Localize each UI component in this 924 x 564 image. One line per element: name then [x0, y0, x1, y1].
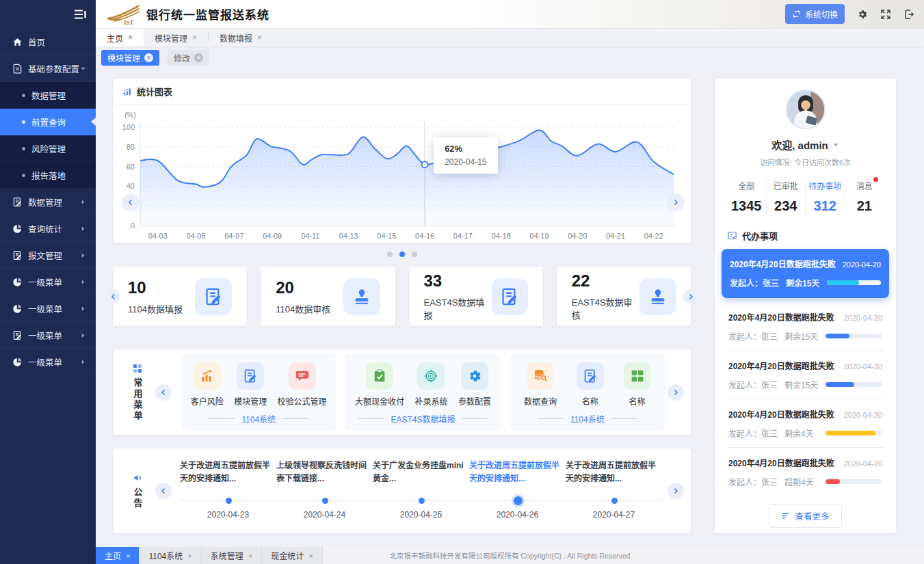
stats-next-button[interactable]: [683, 289, 698, 304]
menu-item-大额现金收付[interactable]: 大额现金收付: [355, 362, 404, 407]
caret-right-icon: [80, 279, 86, 285]
announcements-next-button[interactable]: [668, 483, 684, 499]
stat-card-1104数据填报[interactable]: 101104数据填报: [113, 267, 247, 326]
sidebar-item-label: 一级菜单: [28, 302, 62, 315]
announcement-title: 关于改进周五提前放假半天的安排通知...: [566, 459, 663, 487]
todo-item[interactable]: 2020年4月20日数据跑批失败2020-04-20发起人：张三剩余4天: [727, 399, 884, 448]
avatar[interactable]: [786, 90, 826, 129]
stat-card-1104数据审核[interactable]: 201104数据审核: [261, 267, 395, 326]
menu-prev-button[interactable]: [155, 384, 172, 401]
pagination-dot[interactable]: [387, 252, 393, 257]
bottom-tab-主页[interactable]: 主页×: [96, 547, 140, 564]
announcement-item[interactable]: 关于广发金业务挂盘mini黄金...2020-04-25: [373, 455, 469, 487]
sidebar-item-一级菜单[interactable]: 一级菜单: [0, 322, 96, 349]
grid-icon: [630, 368, 645, 384]
stats-prev-button[interactable]: [106, 289, 120, 304]
todo-item[interactable]: 2020年4月20日数据跑批失败2020-04-20发起人：张三剩余15天: [727, 351, 884, 399]
line-area-chart: 020406080100(%)04-0304-0504-0704-0904-11…: [113, 105, 691, 243]
view-more-button[interactable]: 查看更多: [769, 504, 841, 528]
stamp-icon: [352, 287, 371, 306]
tab-close-icon[interactable]: ×: [257, 33, 262, 42]
svg-text:04-17: 04-17: [453, 232, 473, 240]
announcement-date: 2020-04-26: [469, 510, 566, 520]
menu-item-数据查询[interactable]: 数据查询: [524, 362, 557, 407]
pagination-dot[interactable]: [412, 252, 417, 257]
bottom-tab-close-icon[interactable]: ×: [248, 552, 252, 560]
tab-close-icon[interactable]: ×: [192, 33, 197, 42]
sidebar-item-一级菜单[interactable]: 一级菜单: [0, 295, 96, 322]
bottom-tab-close-icon[interactable]: ×: [187, 552, 192, 560]
user-stat-待办事项[interactable]: 待办事项312: [806, 178, 845, 215]
sidebar-item-报文管理[interactable]: 报文管理: [0, 242, 96, 269]
sidebar-subitem-数据管理[interactable]: 数据管理: [0, 82, 96, 109]
tab-数据填报[interactable]: 数据填报×: [209, 29, 273, 46]
todo-item[interactable]: 2020年4月20日数据跑批失败2020-04-20发起人：张三剩余15天: [722, 249, 889, 298]
user-stat-全部[interactable]: 全部1345: [727, 178, 767, 215]
bottom-tab-现金统计[interactable]: 现金统计×: [262, 547, 322, 564]
bottom-tab-close-icon[interactable]: ×: [308, 552, 313, 560]
caret-right-icon: [80, 199, 86, 205]
chip-修改[interactable]: 修改×: [168, 50, 209, 66]
chip-模块管理[interactable]: 模块管理×: [101, 50, 159, 66]
stat-label: EAST4S数据审核: [572, 295, 640, 321]
menu-item-名称[interactable]: 名称: [624, 362, 651, 407]
svg-text:04-20: 04-20: [568, 232, 587, 240]
menu-item-模块管理[interactable]: 模块管理: [234, 362, 267, 407]
more-list-icon: [781, 511, 790, 520]
pagination-dot[interactable]: [399, 252, 405, 257]
menu-item-补录系统[interactable]: 补录系统: [414, 362, 447, 407]
announcement-item[interactable]: 关于改进周五提前放假半天的安排通知...2020-04-23: [180, 455, 276, 487]
announcement-item[interactable]: 上级领导视察反洗钱时间表下载链接...2020-04-24: [276, 455, 373, 487]
stat-card-EAST4S数据填报[interactable]: 33EAST4S数据填报: [409, 267, 543, 326]
menu-item-参数配置[interactable]: 参数配置: [458, 362, 491, 407]
sidebar-item-label: 基础参数配置: [28, 62, 79, 75]
logout-icon[interactable]: [903, 9, 914, 20]
bullet-icon: [22, 174, 25, 177]
tooltip-date: 2020-04-15: [445, 157, 486, 167]
chip-close-icon[interactable]: ×: [144, 53, 153, 62]
sidebar-subitem-风险管理[interactable]: 风险管理: [0, 135, 96, 162]
sidebar-item-查询统计[interactable]: 查询统计: [0, 215, 96, 242]
announcement-item[interactable]: 关于改进周五提前放假半天的安排通知...2020-04-26: [469, 455, 566, 487]
todo-item[interactable]: 2020年4月20日数据跑批失败2020-04-20发起人：张三超期4天: [727, 448, 884, 496]
user-menu[interactable]: 欢迎, admin: [727, 137, 884, 152]
announcement-item[interactable]: 关于改进周五提前放假半天的安排通知...2020-04-27: [566, 455, 662, 487]
menu-tile: [527, 362, 554, 390]
sidebar-subitem-报告落地[interactable]: 报告落地: [0, 162, 96, 189]
sidebar-item-一级菜单[interactable]: 一级菜单: [0, 269, 96, 295]
bottom-tab-1104系统[interactable]: 1104系统×: [140, 547, 201, 564]
sidebar-item-数据管理[interactable]: 数据管理: [0, 189, 96, 215]
caret-right-icon: [80, 332, 86, 338]
menu-item-客户风险[interactable]: 客户风险: [191, 362, 224, 407]
sidebar-item-基础参数配置[interactable]: 基础参数配置: [0, 55, 96, 82]
settings-icon[interactable]: [857, 9, 868, 20]
menu-tile: [237, 362, 264, 390]
user-stat-消息[interactable]: 消息21: [845, 178, 884, 215]
svg-text:04-22: 04-22: [644, 232, 663, 240]
tab-主页[interactable]: 主页×: [96, 29, 144, 46]
menu-item-校验公式管理[interactable]: 校验公式管理: [278, 362, 327, 407]
system-switch-button[interactable]: 系统切换: [785, 4, 845, 24]
chip-close-icon[interactable]: ×: [194, 53, 203, 62]
todo-progress-fill: [826, 431, 875, 435]
sidebar-toggle-icon[interactable]: [74, 10, 86, 19]
user-stat-已审批[interactable]: 已审批234: [767, 178, 806, 215]
menu-item-label: 大额现金收付: [355, 395, 404, 407]
stat-card-EAST4S数据审核[interactable]: 22EAST4S数据审核: [557, 267, 691, 326]
sidebar-item-首页[interactable]: 首页: [0, 29, 96, 55]
menu-next-button[interactable]: [668, 384, 684, 401]
bottom-tab-close-icon[interactable]: ×: [126, 552, 130, 560]
todo-progress-bar: [826, 479, 882, 484]
menu-item-名称[interactable]: 名称: [577, 362, 604, 407]
bottom-tab-系统管理[interactable]: 系统管理×: [202, 547, 262, 564]
announcements-prev-button[interactable]: [155, 483, 172, 499]
chart-next-button[interactable]: [667, 193, 685, 211]
fullscreen-icon[interactable]: [880, 9, 891, 20]
sidebar-item-一级菜单[interactable]: 一级菜单: [0, 349, 96, 375]
tab-close-icon[interactable]: ×: [128, 33, 133, 42]
stat-text: 33EAST4S数据填报: [424, 271, 492, 321]
todo-item[interactable]: 2020年4月20日数据跑批失败2020-04-20发起人：张三剩余15天: [727, 302, 884, 351]
chart-prev-button[interactable]: [122, 193, 140, 211]
tab-模块管理[interactable]: 模块管理×: [144, 29, 208, 46]
sidebar-subitem-前置查询[interactable]: 前置查询: [0, 109, 96, 135]
